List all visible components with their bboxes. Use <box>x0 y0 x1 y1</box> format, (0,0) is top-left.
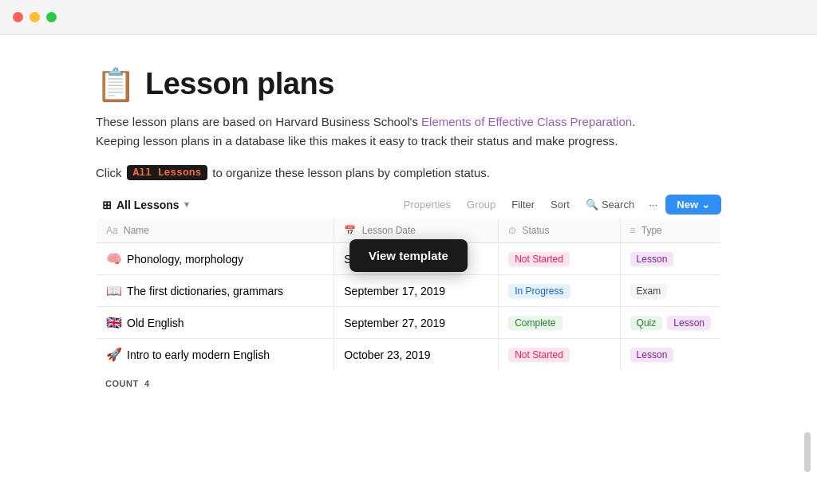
db-toolbar: ⊞ All Lessons ▾ Properties Group Filter … <box>96 195 721 218</box>
group-button[interactable]: Group <box>460 195 502 214</box>
col-type-label: Type <box>641 225 662 236</box>
toolbar-right: Properties Group Filter Sort 🔍 Search ··… <box>397 195 721 215</box>
type-col-icon: ≡ <box>630 225 636 236</box>
main-content: 📋 Lesson plans These lesson plans are ba… <box>0 35 817 420</box>
all-lessons-badge[interactable]: All Lessons <box>127 165 208 180</box>
description: These lesson plans are based on Harvard … <box>96 112 654 151</box>
status-badge: Not Started <box>508 252 570 266</box>
row-date: September 17, 2019 <box>344 285 445 297</box>
description-text-1: These lesson plans are based on Harvard … <box>96 115 421 128</box>
view-selector[interactable]: ⊞ All Lessons ▾ <box>96 195 195 215</box>
row-date: October 23, 2019 <box>344 348 430 361</box>
col-status: ⊙ Status <box>499 219 620 243</box>
description-link[interactable]: Elements of Effective Class Preparation <box>421 115 632 128</box>
cell-status-0: Not Started <box>499 243 620 275</box>
type-badge: Quiz <box>630 316 663 330</box>
cell-date-2: September 27, 2019 <box>334 307 499 339</box>
col-name-label: Name <box>124 225 149 236</box>
table-row[interactable]: 📖The first dictionaries, grammarsSeptemb… <box>97 275 721 307</box>
page-title: Lesson plans <box>145 67 334 101</box>
status-badge: In Progress <box>508 284 570 298</box>
view-template-tooltip[interactable]: View template <box>349 239 468 272</box>
type-badge: Lesson <box>667 316 711 330</box>
cell-name-1: 📖The first dictionaries, grammars <box>97 275 334 307</box>
search-icon: 🔍 <box>586 199 598 211</box>
type-badge: Exam <box>630 284 668 298</box>
search-label: Search <box>602 199 634 211</box>
type-badge: Lesson <box>630 348 674 362</box>
cell-date-3: October 23, 2019 <box>334 339 499 371</box>
row-emoji: 🇬🇧 <box>106 315 122 330</box>
cell-status-1: In Progress <box>499 275 620 307</box>
view-label: All Lessons <box>116 199 180 211</box>
close-button[interactable] <box>13 12 23 22</box>
count-value: 4 <box>144 379 150 388</box>
cell-type-0: Lesson <box>620 243 720 275</box>
description-text-3: Keeping lesson plans in a database like … <box>96 134 618 148</box>
row-name: Old English <box>127 317 184 329</box>
col-type: ≡ Type <box>620 219 720 243</box>
row-date: September 27, 2019 <box>344 317 445 329</box>
new-label: New <box>677 199 698 211</box>
page-title-row: 📋 Lesson plans <box>96 67 721 101</box>
row-emoji: 📖 <box>106 283 122 298</box>
type-badge: Lesson <box>630 252 674 266</box>
click-text-2: to organize these lesson plans by comple… <box>212 166 490 179</box>
cell-date-1: September 17, 2019 <box>334 275 499 307</box>
col-name: Aa Name <box>97 219 334 243</box>
status-badge: Complete <box>508 316 562 330</box>
count-label: COUNT <box>105 379 139 388</box>
cell-type-3: Lesson <box>620 339 720 371</box>
page-icon: 📋 <box>96 69 136 100</box>
cell-status-3: Not Started <box>499 339 620 371</box>
table-row[interactable]: 🇬🇧Old EnglishSeptember 27, 2019CompleteQ… <box>97 307 721 339</box>
title-bar <box>0 0 817 35</box>
grid-icon: ⊞ <box>102 199 112 211</box>
scrollbar[interactable] <box>804 432 811 472</box>
cell-name-3: 🚀Intro to early modern English <box>97 339 334 371</box>
row-name: Phonology, morphology <box>127 253 243 266</box>
cell-name-2: 🇬🇧Old English <box>97 307 334 339</box>
click-text: Click <box>96 166 122 179</box>
date-col-icon: 📅 <box>344 225 356 236</box>
new-chevron-icon: ⌄ <box>701 199 710 211</box>
row-name: Intro to early modern English <box>127 348 270 361</box>
maximize-button[interactable] <box>46 12 57 22</box>
sort-button[interactable]: Sort <box>544 195 576 214</box>
more-button[interactable]: ··· <box>644 195 662 214</box>
cell-type-1: Exam <box>620 275 720 307</box>
db-section: ⊞ All Lessons ▾ Properties Group Filter … <box>96 195 721 396</box>
filter-button[interactable]: Filter <box>505 195 541 214</box>
chevron-down-icon: ▾ <box>184 199 189 210</box>
table-row[interactable]: 🚀Intro to early modern EnglishOctober 23… <box>97 339 721 371</box>
description-text-2: . <box>632 115 635 128</box>
count-row: COUNT 4 <box>96 371 721 396</box>
search-button[interactable]: 🔍 Search <box>579 195 641 214</box>
row-emoji: 🚀 <box>106 347 122 362</box>
properties-button[interactable]: Properties <box>397 195 457 214</box>
status-badge: Not Started <box>508 348 570 362</box>
name-col-icon: Aa <box>106 225 118 236</box>
col-date-label: Lesson Date <box>362 225 416 236</box>
row-emoji: 🧠 <box>106 251 122 266</box>
minimize-button[interactable] <box>30 12 40 22</box>
cell-type-2: QuizLesson <box>620 307 720 339</box>
cell-status-2: Complete <box>499 307 620 339</box>
col-status-label: Status <box>522 225 549 236</box>
new-button[interactable]: New ⌄ <box>665 195 721 215</box>
status-col-icon: ⊙ <box>508 225 516 236</box>
row-name: The first dictionaries, grammars <box>127 285 283 297</box>
cell-name-0: 🧠Phonology, morphology <box>97 243 334 275</box>
click-instruction: Click All Lessons to organize these less… <box>96 165 721 180</box>
